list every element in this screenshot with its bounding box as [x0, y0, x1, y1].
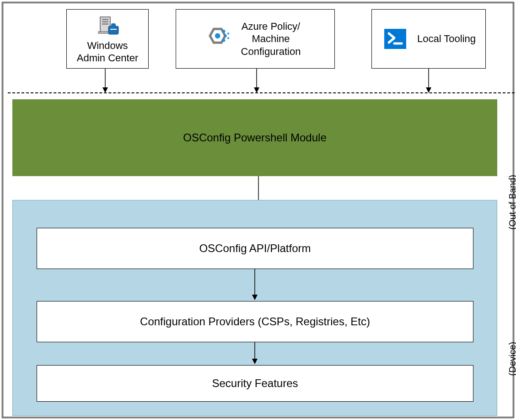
- node-azure-policy: Azure Policy/ Machine Configuration: [176, 9, 335, 69]
- node-security-features: Security Features: [37, 365, 473, 402]
- node-label: Configuration Providers (CSPs, Registrie…: [140, 315, 370, 328]
- svg-point-10: [222, 30, 225, 33]
- svg-point-14: [227, 37, 229, 39]
- device-container: OSConfig API/Platform Configuration Prov…: [12, 200, 497, 416]
- arrow-down-icon: [252, 69, 261, 94]
- node-label: Azure Policy/: [241, 20, 301, 33]
- svg-point-9: [215, 33, 220, 39]
- node-label: Windows: [87, 39, 128, 52]
- node-osconfig-api: OSConfig API/Platform: [37, 228, 473, 269]
- svg-point-11: [224, 34, 227, 38]
- powershell-icon: [382, 26, 409, 52]
- svg-rect-5: [108, 26, 118, 34]
- arrow-down-icon: [424, 69, 433, 94]
- svg-rect-15: [384, 29, 406, 49]
- svg-rect-3: [102, 23, 108, 25]
- node-label: Security Features: [212, 377, 298, 390]
- svg-rect-1: [102, 19, 108, 20]
- svg-rect-2: [102, 21, 108, 22]
- node-label: OSConfig Powershell Module: [183, 131, 327, 144]
- arrow-down-icon: [250, 342, 259, 365]
- arrow-down-icon: [101, 69, 110, 94]
- node-windows-admin-center: Windows Admin Center: [66, 9, 149, 69]
- svg-point-12: [222, 39, 225, 42]
- node-local-tooling: Local Tooling: [371, 9, 486, 69]
- policy-hex-icon: [205, 26, 233, 52]
- node-osconfig-powershell: OSConfig Powershell Module: [12, 99, 497, 176]
- node-label: Machine: [241, 32, 301, 45]
- arrow-down-icon: [250, 269, 259, 301]
- node-label: Local Tooling: [417, 32, 476, 45]
- dashed-separator: [8, 92, 515, 93]
- node-label: Configuration: [241, 45, 301, 58]
- svg-rect-7: [110, 29, 117, 30]
- server-toolbox-icon: [94, 14, 121, 39]
- node-label: OSConfig API/Platform: [199, 242, 311, 255]
- node-label: Admin Center: [77, 52, 139, 65]
- svg-point-13: [227, 32, 229, 34]
- svg-rect-6: [111, 23, 116, 27]
- diagram-frame: Windows Admin Center Azure Policy/ Machi…: [2, 2, 514, 418]
- side-label-out-of-band: (Out of Band): [507, 175, 516, 230]
- node-config-providers: Configuration Providers (CSPs, Registrie…: [37, 301, 473, 342]
- side-label-device: (Device): [507, 342, 516, 376]
